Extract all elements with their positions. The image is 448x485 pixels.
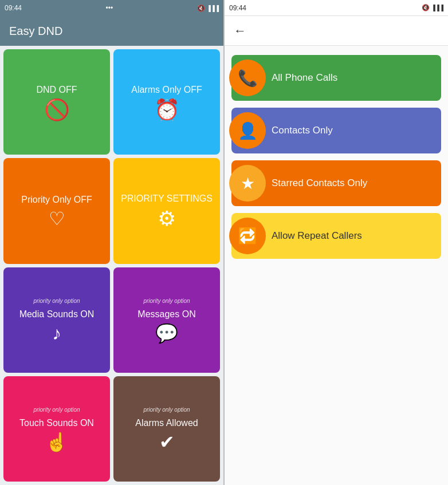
right-panel: 09:44 🔇 ▐▐▐ ← 📞 All Phone Calls 👤 Contac… [225, 0, 448, 485]
status-bar-left: 09:44 ••• 🔇 ▐▐▐ [0, 0, 223, 16]
signal-icon-right: ▐▐▐ [431, 5, 443, 11]
tile-alarms-only-off-label: Alarms Only OFF [131, 84, 202, 95]
alarms-allowed-icon: ✔ [159, 433, 175, 451]
time-left: 09:44 [5, 4, 22, 12]
status-bar-right: 09:44 🔇 ▐▐▐ [225, 0, 448, 16]
media-sounds-icon: ♪ [52, 324, 61, 342]
option-starred-contacts[interactable]: ★ Starred Contacts Only [231, 160, 441, 206]
tile-media-sounds-label: Media Sounds ON [19, 309, 95, 320]
tile-priority-settings-label: PRIORITY SETTINGS [121, 193, 213, 204]
contacts-only-icon-circle: 👤 [229, 112, 266, 149]
tile-messages[interactable]: priority only option Messages ON 💬 [113, 267, 220, 373]
tile-media-sounds[interactable]: priority only option Media Sounds ON ♪ [3, 267, 110, 373]
options-list: 📞 All Phone Calls 👤 Contacts Only ★ Star… [225, 46, 448, 485]
tile-dnd-off-label: DND OFF [36, 84, 77, 95]
all-phone-calls-label: All Phone Calls [272, 72, 344, 84]
star-icon: ★ [241, 174, 255, 193]
repeat-icon: 🔁 [238, 227, 258, 246]
repeat-callers-icon-circle: 🔁 [229, 218, 266, 254]
all-phone-calls-icon-circle: 📞 [229, 60, 266, 96]
option-contacts-only[interactable]: 👤 Contacts Only [231, 108, 441, 153]
touch-sounds-icon: ☝ [45, 433, 68, 451]
tile-priority-settings[interactable]: PRIORITY SETTINGS ⚙ [113, 158, 220, 263]
priority-only-off-icon: ♡ [49, 210, 65, 228]
priority-settings-icon: ⚙ [158, 208, 176, 229]
phone-icon: 📞 [238, 69, 258, 88]
tile-messages-label: Messages ON [137, 309, 195, 320]
tile-alarms-allowed-label: Alarms Allowed [135, 417, 198, 428]
app-header: Easy DND [0, 16, 223, 46]
starred-contacts-icon-circle: ★ [229, 165, 266, 202]
tile-touch-sounds-label: Touch Sounds ON [19, 417, 94, 428]
messages-icon: 💬 [155, 324, 178, 342]
status-icons-left: 🔇 ▐▐▐ [197, 5, 219, 12]
tile-touch-sounds-sublabel: priority only option [33, 407, 80, 413]
tile-alarms-allowed[interactable]: priority only option Alarms Allowed ✔ [113, 376, 220, 482]
app-title: Easy DND [9, 25, 62, 38]
contacts-only-label: Contacts Only [272, 125, 340, 136]
tile-grid: DND OFF 🚫 Alarms Only OFF ⏰ Priority Onl… [0, 46, 223, 485]
mute-icon-right: 🔇 [422, 4, 430, 11]
status-dots: ••• [106, 4, 113, 12]
dnd-off-icon: 🚫 [44, 100, 70, 120]
tile-alarms-only-off[interactable]: Alarms Only OFF ⏰ [113, 49, 220, 155]
starred-contacts-label: Starred Contacts Only [272, 178, 374, 189]
tile-priority-only-off[interactable]: Priority Only OFF ♡ [3, 158, 110, 263]
repeat-callers-label: Allow Repeat Callers [272, 230, 369, 242]
alarms-only-off-icon: ⏰ [154, 100, 180, 120]
tile-priority-only-off-label: Priority Only OFF [21, 194, 92, 205]
signal-icon: ▐▐▐ [207, 5, 219, 11]
option-all-phone-calls[interactable]: 📞 All Phone Calls [231, 55, 441, 101]
status-icons-right: 🔇 ▐▐▐ [422, 4, 443, 11]
left-panel: 09:44 ••• 🔇 ▐▐▐ Easy DND DND OFF 🚫 Alarm… [0, 0, 223, 485]
mute-icon: 🔇 [197, 5, 205, 12]
tile-alarms-allowed-sublabel: priority only option [143, 407, 190, 413]
back-button[interactable]: ← [234, 23, 246, 38]
tile-dnd-off[interactable]: DND OFF 🚫 [3, 49, 110, 155]
option-allow-repeat-callers[interactable]: 🔁 Allow Repeat Callers [231, 213, 441, 259]
tile-touch-sounds[interactable]: priority only option Touch Sounds ON ☝ [3, 376, 110, 482]
contacts-icon: 👤 [238, 121, 258, 140]
time-right: 09:44 [229, 4, 246, 12]
tile-media-sounds-sublabel: priority only option [33, 298, 80, 304]
right-header: ← [225, 16, 448, 46]
tile-messages-sublabel: priority only option [143, 298, 190, 304]
